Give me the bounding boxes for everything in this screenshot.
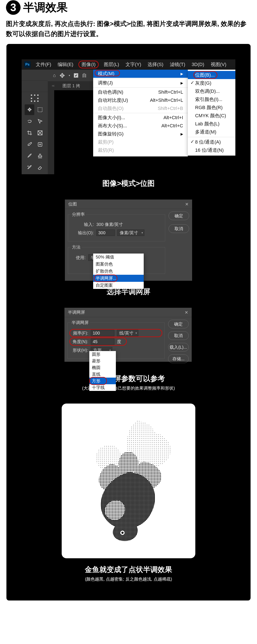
ok-button[interactable]: 确定 [169,212,189,220]
panel1-caption: 图像>模式>位图 [6,178,251,188]
healing-tool[interactable] [35,139,45,150]
menu-image[interactable]: 图像(I) [78,61,99,68]
dialog-title: 位图 [68,201,77,207]
freq-unit-select[interactable]: 线/英寸 [117,330,138,336]
save-button[interactable]: 存储... [168,354,189,363]
menu-adjustments[interactable]: 调整(J)▶ [93,79,188,87]
eyedropper-tool[interactable] [25,139,34,150]
halftone-fish-illustration [73,414,184,547]
cancel-button[interactable]: 取消 [169,224,189,233]
use-option[interactable]: 图案仿色 [93,260,144,268]
doc-tab[interactable]: 图层 1 拷 [59,83,84,89]
chevron-right-icon: ▶ [181,81,183,85]
stamp-tool[interactable] [35,151,45,162]
menu-crop: 裁剪(P) [93,138,188,146]
submenu-duotone[interactable]: 双色调(D)... [188,87,235,95]
menu-layer[interactable]: 图层(L) [103,61,120,68]
close-icon[interactable]: ✕ [185,202,189,207]
menu-image-rotation[interactable]: 图像旋转(G)▶ [93,130,188,138]
submenu-lab[interactable]: Lab 颜色(L) [188,120,235,128]
chevron-right-icon: ▶ [181,132,183,136]
highlight-rect [69,338,127,346]
use-option-halftone[interactable]: 半调网屏... [93,275,144,282]
use-label: 使用: [71,255,86,260]
auto-select-checkbox[interactable]: ✔ [74,73,78,78]
submenu-cmyk[interactable]: CMYK 颜色(C) [188,112,235,120]
panel4-caption: 金鱼就变成了点状半调效果 [6,565,251,574]
move-tool[interactable]: ✥ [25,104,34,115]
submenu-8bit[interactable]: 8 位/通道(A) [188,138,235,146]
brush-tool[interactable] [25,151,34,162]
menu-auto-tone[interactable]: 自动色调(N)Shift+Ctrl+L [93,88,188,96]
use-option[interactable]: 自定图案 [93,282,144,289]
shape-label: 形状(H): [70,348,88,353]
dialog-title: 半调网屏 [68,310,85,315]
move-tool-icon[interactable]: ✥ [59,72,65,79]
menu-filter[interactable]: 滤镜(T) [169,61,187,68]
ps-ruler [48,90,54,174]
menu-auto-contrast[interactable]: 自动对比度(U)Alt+Shift+Ctrl+L [93,96,188,104]
submenu-indexed[interactable]: 索引颜色(I)... [188,95,235,104]
shape-option[interactable]: 圆形 [89,351,116,358]
submenu-grayscale[interactable]: 灰度(G) [188,79,235,87]
shape-option[interactable]: 直线 [89,371,116,378]
output-label: 输出(O): [71,230,94,236]
svg-point-10 [121,532,124,534]
svg-rect-0 [38,108,42,112]
shape-option-square[interactable]: 方形 [89,378,116,384]
ok-button[interactable]: 确定 [168,320,189,328]
ps-app-window: Ps 文件(F) 编辑(E) 图像(I) 图层(L) 文字(Y) 选择(S) 滤… [22,59,235,174]
ps-tools-panel: ✥ [22,70,48,174]
step-intro: 图片变成灰度后, 再次点击执行: 图像>模式>位图, 将图片变成半调网屏效果, … [6,19,251,39]
submenu-multichannel[interactable]: 多通道(M) [188,128,235,136]
use-option[interactable]: 扩散仿色 [93,268,144,275]
load-button[interactable]: 载入(L)... [168,343,189,352]
step-title: 半调效果 [23,0,68,15]
lasso-tool[interactable] [25,116,34,127]
eraser-tool[interactable] [35,162,45,173]
crop-tool[interactable] [25,128,34,138]
shape-option[interactable]: 菱形 [89,358,116,364]
resolution-legend: 分辨率 [71,212,86,217]
menu-image-size[interactable]: 图像大小(I)...Alt+Ctrl+I [93,114,188,122]
output-field[interactable]: 300 [96,230,115,236]
marquee-tool[interactable] [35,104,45,115]
highlight-oval [193,71,217,79]
transform-handles-icon [31,94,38,102]
menu-edit[interactable]: 编辑(E) [56,61,74,68]
method-legend: 方法 [71,244,82,250]
home-icon[interactable]: ⌂ [53,73,56,78]
shape-option[interactable]: 十字线 [89,384,116,391]
menu-type[interactable]: 文字(Y) [124,61,142,68]
menu-file[interactable]: 文件(F) [34,61,52,68]
highlight-oval [94,274,117,282]
halftone-group: 半调网屏 频率(F): 100 线/英寸 角度(N): 45 [67,320,165,359]
menu-trim: 裁切(R) [93,146,188,154]
submenu-rgb[interactable]: RGB 颜色(R) [188,104,235,112]
image-menu-dropdown: 模式(M) ▶ 调整(J)▶ 自动色调(N)Shift+Ctrl+L 自动对比度… [93,70,188,156]
menu-select[interactable]: 选择(S) [146,61,165,68]
halftone-legend: 半调网屏 [70,320,90,326]
shape-option[interactable]: 椭圆 [89,364,116,371]
output-unit-select[interactable]: 像素/英寸 [117,230,144,236]
use-option[interactable]: 50% 阈值 [93,254,144,260]
submenu-16bit[interactable]: 16 位/通道(N) [188,146,235,154]
menu-mode[interactable]: 模式(M) ▶ [93,70,188,78]
highlight-oval [95,70,120,76]
options-caret-icon[interactable]: ▾ [69,74,70,77]
menu-view[interactable]: 视图(V) [210,61,228,68]
cancel-button[interactable]: 取消 [168,331,189,340]
frame-tool[interactable] [35,128,45,138]
menu-canvas-size[interactable]: 画布大小(S)...Alt+Ctrl+C [93,122,188,130]
history-brush-tool[interactable] [25,162,34,173]
menu-auto-color: 自动颜色(O)Shift+Ctrl+B [93,104,188,112]
input-value: 300 像素/英寸 [96,222,123,228]
submenu-bitmap[interactable]: 位图(B)... [188,71,235,79]
shape-dropdown-list: 圆形 菱形 椭圆 直线 方形 十字线 [89,351,116,391]
close-icon[interactable]: ✕ [185,310,188,315]
mode-submenu: 位图(B)... 灰度(G) 双色调(D)... 索引颜色(I)... RGB … [188,70,235,156]
menu-3d[interactable]: 3D(D) [190,61,206,68]
quick-select-tool[interactable] [35,116,45,127]
halftone-dialog: 半调网屏 ✕ 半调网屏 频率(F): 100 线/英寸 [64,308,192,362]
ps-menubar: Ps 文件(F) 编辑(E) 图像(I) 图层(L) 文字(Y) 选择(S) 滤… [22,59,235,70]
